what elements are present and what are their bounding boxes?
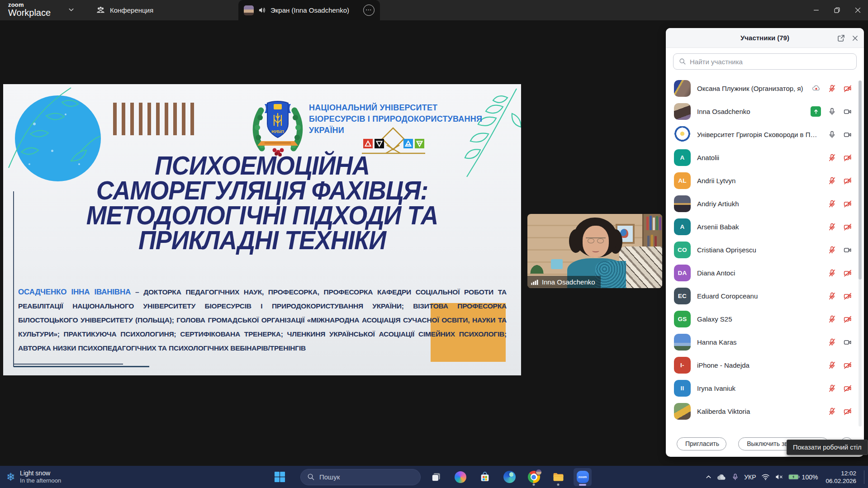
workplace-logo-text: Workplace bbox=[8, 8, 51, 17]
close-panel-icon[interactable] bbox=[852, 35, 859, 42]
camera-off-icon bbox=[843, 199, 852, 208]
camera-off-icon bbox=[843, 153, 852, 162]
wifi-icon[interactable] bbox=[761, 474, 770, 480]
mic-muted-icon bbox=[828, 223, 836, 231]
restore-button[interactable] bbox=[826, 0, 847, 20]
weather-condition: Light snow bbox=[20, 469, 61, 477]
participant-row[interactable]: Kaliberda Viktoria bbox=[666, 400, 864, 423]
participant-row[interactable]: A Arsenii Babak bbox=[666, 215, 864, 238]
participant-row[interactable]: Оксана Плужник (Организатор, я) bbox=[666, 77, 864, 100]
onedrive-icon[interactable] bbox=[717, 474, 726, 480]
participant-name: Університет Григорія Сковороди в П… bbox=[697, 131, 821, 138]
avatar bbox=[674, 80, 691, 97]
show-desktop-strip[interactable] bbox=[864, 470, 864, 484]
taskbar-search[interactable]: Пошук bbox=[300, 469, 421, 485]
battery-icon bbox=[788, 474, 800, 480]
copilot-button[interactable] bbox=[451, 468, 470, 486]
zoom-app-icon: zoom bbox=[577, 471, 589, 483]
volume-muted-icon[interactable] bbox=[775, 474, 783, 480]
mic-muted-icon bbox=[828, 199, 836, 208]
mic-muted-icon bbox=[828, 246, 836, 254]
camera-off-icon bbox=[843, 407, 852, 416]
video-name-label: Inna Osadchenko bbox=[527, 276, 601, 288]
tab-more-button[interactable]: ⋯ bbox=[363, 5, 375, 16]
avatar: AL bbox=[674, 172, 691, 189]
file-explorer-button[interactable] bbox=[549, 468, 567, 486]
shared-screen-slide: НУБіП НАЦІОНАЛЬНИЙ УНІВЕРСИТЕТ БІОРЕСУРС… bbox=[3, 84, 521, 375]
system-tray: УКР 100% 12:02 06.02.2026 bbox=[705, 466, 864, 488]
invite-button[interactable]: Пригласить bbox=[677, 437, 726, 450]
popout-icon[interactable] bbox=[837, 34, 845, 43]
speaker-video-tile[interactable]: Inna Osadchenko bbox=[527, 214, 662, 288]
scrollbar-thumb[interactable] bbox=[859, 81, 862, 280]
participant-row[interactable]: GS Galaxy S25 bbox=[666, 308, 864, 331]
tray-chevron-up-icon[interactable] bbox=[705, 474, 712, 480]
participant-row[interactable]: I- iPhone - Nadejda bbox=[666, 354, 864, 377]
camera-off-icon bbox=[843, 269, 852, 278]
weather-widget[interactable]: ❄ Light snow In the afternoon bbox=[6, 466, 61, 488]
mic-muted-icon bbox=[828, 176, 836, 185]
participant-row[interactable]: Hanna Karas bbox=[666, 331, 864, 354]
windows-taskbar: ❄ Light snow In the afternoon Пошук zoom bbox=[0, 466, 868, 488]
camera-off-icon bbox=[843, 384, 852, 393]
microsoft-store-button[interactable] bbox=[476, 468, 494, 486]
participants-header: Участники (79) bbox=[666, 28, 864, 48]
participant-row[interactable]: AL Andrii Lytvyn bbox=[666, 169, 864, 192]
participant-name: Cristiana Oprișescu bbox=[697, 246, 821, 254]
task-view-button[interactable] bbox=[427, 468, 445, 486]
participant-row[interactable]: DA Diana Antoci bbox=[666, 261, 864, 284]
participant-row[interactable]: Andriy Artiukh bbox=[666, 192, 864, 215]
slide-left-rule bbox=[13, 191, 14, 367]
participant-name: Arsenii Babak bbox=[697, 223, 821, 231]
copilot-icon bbox=[455, 471, 466, 483]
clock[interactable]: 12:02 06.02.2026 bbox=[825, 469, 856, 485]
camera-off-icon bbox=[843, 361, 852, 370]
mic-on-icon bbox=[828, 107, 836, 116]
close-button[interactable] bbox=[847, 0, 868, 20]
avatar: CO bbox=[674, 242, 691, 258]
participant-name: Eduard Coropceanu bbox=[697, 292, 821, 300]
participant-row[interactable]: II Iryna Ivaniuk bbox=[666, 377, 864, 400]
speaker-bio: ОСАДЧЕНКО ІННА ІВАНІВНА – ДОКТОРКА ПЕДАГ… bbox=[18, 285, 507, 355]
minimize-button[interactable] bbox=[806, 0, 826, 20]
edge-button[interactable] bbox=[500, 468, 518, 486]
mic-muted-icon bbox=[828, 153, 836, 162]
chrome-profile-avatar bbox=[536, 469, 542, 475]
search-participant-input[interactable]: Найти участника bbox=[673, 53, 857, 70]
weather-detail: In the afternoon bbox=[20, 477, 61, 484]
chevron-down-icon[interactable] bbox=[68, 6, 75, 13]
screen-share-icon bbox=[811, 106, 821, 117]
tray-mic-icon[interactable] bbox=[731, 473, 739, 481]
camera-off-icon bbox=[843, 176, 852, 185]
slide-underline-thick bbox=[14, 366, 149, 367]
battery-indicator[interactable]: 100% bbox=[788, 474, 818, 481]
zoom-app-button[interactable]: zoom bbox=[574, 468, 592, 486]
participant-row[interactable]: CO Cristiana Oprișescu bbox=[666, 238, 864, 261]
chrome-button[interactable] bbox=[525, 468, 543, 486]
search-placeholder: Найти участника bbox=[690, 58, 743, 66]
camera-on-icon bbox=[843, 107, 852, 116]
slide-bars-decoration bbox=[113, 103, 194, 135]
participant-row[interactable]: Inna Osadchenko bbox=[666, 100, 864, 123]
participant-row[interactable]: Університет Григорія Сковороди в П… bbox=[666, 123, 864, 146]
tab-screen-share[interactable]: Экран (Inna Osadchenko) ⋯ bbox=[238, 0, 380, 20]
tab-conference[interactable]: Конференция bbox=[96, 0, 153, 20]
participant-name: iPhone - Nadejda bbox=[697, 361, 821, 369]
tab-avatar bbox=[244, 5, 254, 15]
chrome-icon bbox=[528, 471, 540, 483]
start-button[interactable] bbox=[270, 468, 289, 486]
mic-muted-icon bbox=[828, 84, 836, 93]
participants-panel: Участники (79) Найти участника Оксана Пл… bbox=[666, 28, 864, 457]
language-indicator[interactable]: УКР bbox=[744, 474, 756, 481]
mic-muted-icon bbox=[828, 269, 836, 277]
camera-on-icon bbox=[843, 338, 852, 347]
avatar bbox=[674, 195, 691, 212]
participant-name: Anatolii bbox=[697, 154, 821, 161]
camera-off-icon bbox=[843, 292, 852, 301]
avatar: DA bbox=[674, 265, 691, 281]
tab-screen-label: Экран (Inna Osadchenko) bbox=[270, 6, 349, 14]
participant-row[interactable]: EC Eduard Coropceanu bbox=[666, 284, 864, 308]
avatar: A bbox=[674, 218, 691, 235]
taskbar-search-placeholder: Пошук bbox=[319, 473, 340, 481]
participant-row[interactable]: A Anatolii bbox=[666, 146, 864, 169]
